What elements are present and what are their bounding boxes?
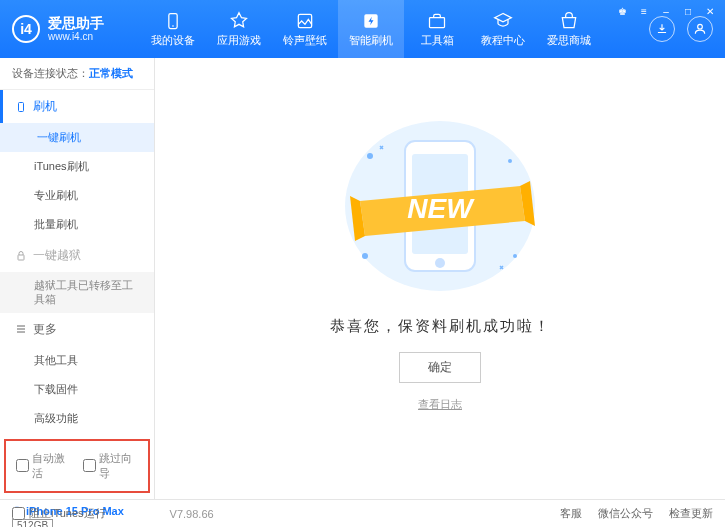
toolbox-icon [427,11,447,31]
svg-point-14 [508,159,512,163]
nav-apps-games[interactable]: 应用游戏 [206,0,272,58]
checkbox-label: 自动激活 [32,451,71,481]
sidebar: 设备连接状态：正常模式 刷机 一键刷机 iTunes刷机 专业刷机 批量刷机 一… [0,58,155,499]
nav-label: 智能刷机 [349,33,393,48]
download-icon [655,22,669,36]
nav-label: 工具箱 [421,33,454,48]
sidebar-item-pro-flash[interactable]: 专业刷机 [0,181,154,210]
lock-icon [15,250,27,262]
version-label: V7.98.66 [170,508,214,520]
auto-activate-checkbox[interactable]: 自动激活 [16,451,71,481]
sidebar-item-other-tools[interactable]: 其他工具 [0,346,154,375]
download-button[interactable] [649,16,675,42]
section-label: 一键越狱 [33,247,81,264]
phone-icon [15,101,27,113]
logo-subtitle: www.i4.cn [48,31,104,42]
nav-ringtones[interactable]: 铃声壁纸 [272,0,338,58]
ok-button[interactable]: 确定 [399,352,481,383]
skip-guide-checkbox[interactable]: 跳过向导 [83,451,138,481]
sidebar-item-itunes-flash[interactable]: iTunes刷机 [0,152,154,181]
connection-status: 设备连接状态：正常模式 [0,58,154,90]
nav-label: 我的设备 [151,33,195,48]
nav-my-device[interactable]: 我的设备 [140,0,206,58]
checkbox-label: 阻止iTunes运行 [29,506,106,521]
maximize-icon[interactable]: □ [681,4,695,18]
view-log-link[interactable]: 查看日志 [418,397,462,412]
close-icon[interactable]: ✕ [703,4,717,18]
store-icon [559,11,579,31]
footer-link-support[interactable]: 客服 [560,506,582,521]
nav-store[interactable]: 爱思商城 [536,0,602,58]
status-mode: 正常模式 [89,67,133,79]
sidebar-item-onekey-flash[interactable]: 一键刷机 [0,123,154,152]
status-label: 设备连接状态： [12,67,89,79]
more-icon [15,323,27,335]
apps-icon [229,11,249,31]
svg-point-1 [172,25,174,27]
section-label: 更多 [33,321,57,338]
minimize-icon[interactable]: – [659,4,673,18]
menu-icon[interactable]: ≡ [637,4,651,18]
auto-activate-input[interactable] [16,459,29,472]
nav-label: 爱思商城 [547,33,591,48]
logo-icon: i4 [12,15,40,43]
success-message: 恭喜您，保资料刷机成功啦！ [330,317,551,336]
sidebar-jailbreak-note: 越狱工具已转移至工具箱 [0,272,154,313]
wallpaper-icon [295,11,315,31]
block-itunes-checkbox[interactable]: 阻止iTunes运行 [12,506,106,521]
user-button[interactable] [687,16,713,42]
sidebar-item-batch-flash[interactable]: 批量刷机 [0,210,154,239]
sidebar-section-jailbreak[interactable]: 一键越狱 [0,239,154,272]
user-icon [693,22,707,36]
svg-point-13 [367,153,373,159]
footer-link-wechat[interactable]: 微信公众号 [598,506,653,521]
main-nav: 我的设备 应用游戏 铃声壁纸 智能刷机 工具箱 教程中心 爱思商城 [140,0,602,58]
block-itunes-input[interactable] [12,507,25,520]
nav-toolbox[interactable]: 工具箱 [404,0,470,58]
svg-point-12 [435,258,445,268]
tutorial-icon [493,11,513,31]
new-banner-text: NEW [407,193,475,224]
checkbox-label: 跳过向导 [99,451,138,481]
success-illustration: NEW [330,116,550,299]
nav-tutorials[interactable]: 教程中心 [470,0,536,58]
svg-point-16 [513,254,517,258]
svg-point-15 [362,253,368,259]
sidebar-section-flash[interactable]: 刷机 [0,90,154,123]
nav-label: 教程中心 [481,33,525,48]
sidebar-item-advanced[interactable]: 高级功能 [0,404,154,433]
section-label: 刷机 [33,98,57,115]
skip-guide-input[interactable] [83,459,96,472]
sidebar-section-more[interactable]: 更多 [0,313,154,346]
svg-rect-4 [430,17,445,27]
device-icon [163,11,183,31]
svg-rect-6 [19,102,24,111]
nav-smart-flash[interactable]: 智能刷机 [338,0,404,58]
flash-icon [361,11,381,31]
svg-point-5 [698,24,703,29]
main-content: NEW 恭喜您，保资料刷机成功啦！ 确定 查看日志 [155,58,725,499]
activation-options: 自动激活 跳过向导 [4,439,150,493]
footer-link-update[interactable]: 检查更新 [669,506,713,521]
svg-rect-7 [18,255,24,260]
logo[interactable]: i4 爱思助手 www.i4.cn [12,15,140,43]
sidebar-item-download-firmware[interactable]: 下载固件 [0,375,154,404]
trophy-icon[interactable]: ♚ [615,4,629,18]
nav-label: 铃声壁纸 [283,33,327,48]
nav-label: 应用游戏 [217,33,261,48]
logo-title: 爱思助手 [48,16,104,31]
